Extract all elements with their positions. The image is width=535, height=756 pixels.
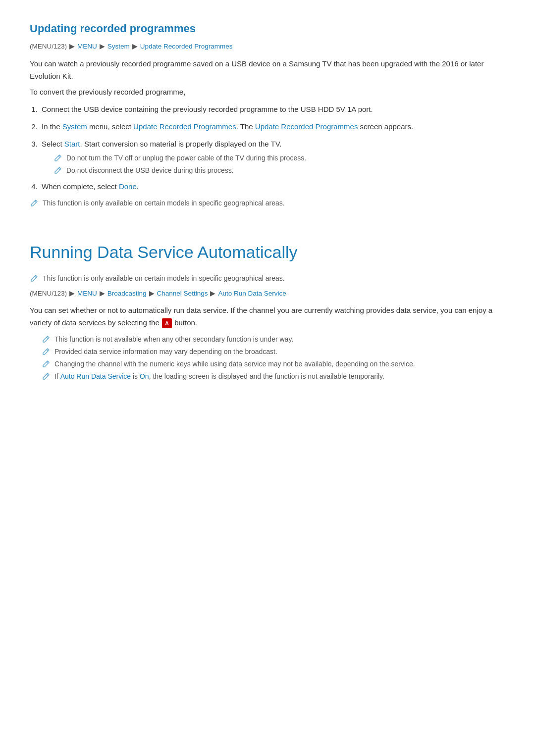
step-2: In the System menu, select Update Record… — [40, 121, 505, 133]
running-intro-note: This function is only available on certa… — [30, 273, 505, 284]
step-3-note-1-text: Do not turn the TV off or unplug the pow… — [66, 153, 306, 163]
bc2-arrow-4: ▶ — [210, 288, 215, 299]
bc2-arrow-2: ▶ — [100, 288, 105, 299]
footer-note-text: This function is only available on certa… — [43, 198, 285, 209]
running-body-end: button. — [172, 318, 197, 327]
section-title-updating: Updating recorded programmes — [30, 20, 505, 37]
step-2-update2: Update Recorded Programmes — [255, 122, 358, 131]
bc2-broadcasting: Broadcasting — [107, 288, 147, 299]
bc2-menu123: (MENU/123) — [30, 288, 67, 299]
bc-system: System — [107, 41, 130, 52]
running-notes: This function is not available when any … — [42, 334, 505, 382]
running-note-3-text: Changing the channel with the numeric ke… — [54, 359, 415, 369]
step-4-text: When complete, select Done. — [42, 182, 139, 191]
bc2-menu: MENU — [77, 288, 97, 299]
on-link: On — [140, 372, 149, 380]
pencil-icon-rn1 — [42, 335, 51, 344]
step-4-done: Done — [119, 182, 137, 191]
step-3: Select Start. Start conversion so materi… — [40, 138, 505, 176]
section-running-data-service: Running Data Service Automatically This … — [30, 239, 505, 382]
section-title-running: Running Data Service Automatically — [30, 239, 505, 265]
bc-arrow-3: ▶ — [132, 41, 138, 52]
step-2-text: In the System menu, select Update Record… — [42, 122, 413, 131]
running-note-3: Changing the channel with the numeric ke… — [42, 359, 505, 369]
updating-intro2: To convert the previously recorded progr… — [30, 86, 505, 99]
section-updating-recorded: Updating recorded programmes (MENU/123) … — [30, 20, 505, 209]
pencil-icon-footer — [30, 199, 39, 207]
pencil-icon-1 — [54, 153, 62, 162]
step-4: When complete, select Done. — [40, 181, 505, 193]
pencil-icon-rn3 — [42, 359, 51, 368]
step-1: Connect the USB device containing the pr… — [40, 103, 505, 116]
breadcrumb-updating: (MENU/123) ▶ MENU ▶ System ▶ Update Reco… — [30, 41, 505, 52]
section1-footer-note: This function is only available on certa… — [30, 198, 505, 209]
running-body: You can set whether or not to automatica… — [30, 304, 505, 329]
pencil-icon-rn2 — [42, 347, 51, 356]
step-3-notes: Do not turn the TV off or unplug the pow… — [54, 153, 505, 176]
running-intro-note-text: This function is only available on certa… — [43, 273, 285, 284]
bc-menu123: (MENU/123) — [30, 41, 67, 52]
step-3-note-2-text: Do not disconnect the USB device during … — [66, 165, 234, 176]
bc-arrow-1: ▶ — [69, 41, 75, 52]
running-note-1-text: This function is not available when any … — [54, 334, 293, 345]
running-body-text: You can set whether or not to automatica… — [30, 306, 492, 327]
step-3-note-1: Do not turn the TV off or unplug the pow… — [54, 153, 505, 163]
updating-intro: You can watch a previously recorded prog… — [30, 58, 505, 83]
step-2-update: Update Recorded Programmes — [133, 122, 236, 131]
running-note-1: This function is not available when any … — [42, 334, 505, 345]
step-2-system: System — [62, 122, 87, 131]
bc2-arrow-3: ▶ — [149, 288, 155, 299]
step-3-note-2: Do not disconnect the USB device during … — [54, 165, 505, 176]
bc2-arrow-1: ▶ — [69, 288, 75, 299]
running-note-4-text: If Auto Run Data Service is On, the load… — [54, 371, 384, 382]
running-note-2-text: Provided data service information may va… — [54, 347, 277, 357]
step-3-text: Select Start. Start conversion so materi… — [42, 140, 281, 148]
pencil-icon-running-intro — [30, 274, 39, 283]
bc-arrow-2: ▶ — [100, 41, 105, 52]
a-button: A — [162, 318, 172, 328]
bc2-channel-settings: Channel Settings — [157, 288, 208, 299]
running-note-2: Provided data service information may va… — [42, 347, 505, 357]
running-note-4: If Auto Run Data Service is On, the load… — [42, 371, 505, 382]
bc-update-recorded: Update Recorded Programmes — [140, 41, 233, 52]
bc2-autorun: Auto Run Data Service — [218, 288, 286, 299]
pencil-icon-2 — [54, 166, 62, 175]
breadcrumb-running: (MENU/123) ▶ MENU ▶ Broadcasting ▶ Chann… — [30, 288, 505, 299]
step-3-start: Start — [64, 140, 80, 148]
autorun-link: Auto Run Data Service — [60, 372, 131, 380]
bc-menu: MENU — [77, 41, 97, 52]
pencil-icon-rn4 — [42, 372, 51, 381]
steps-list: Connect the USB device containing the pr… — [40, 103, 505, 193]
step-1-text: Connect the USB device containing the pr… — [42, 105, 373, 113]
